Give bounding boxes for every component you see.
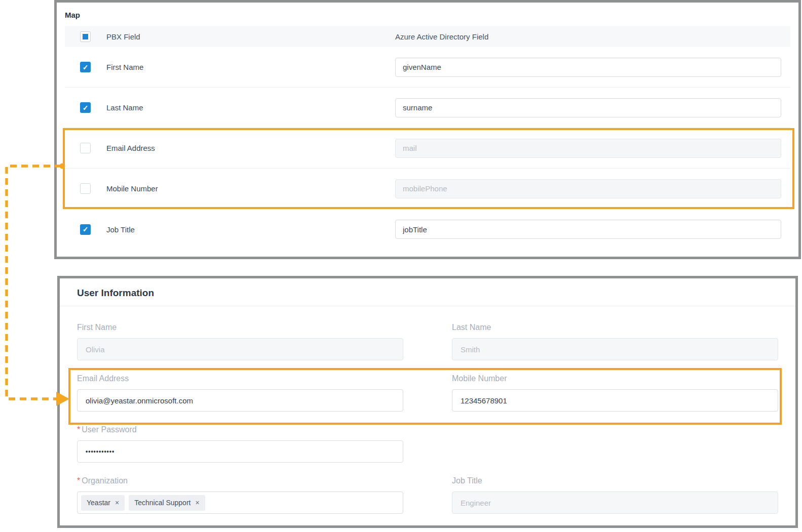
pbx-field-column-header: PBX Field (106, 32, 395, 41)
aad-field-mobile-input (395, 179, 781, 198)
first-name-label: First Name (77, 323, 403, 332)
user-password-field: *User Password (77, 425, 403, 463)
spacer (452, 425, 778, 463)
tag-remove-icon[interactable]: × (115, 499, 119, 507)
user-information-panel: User Information First Name Last Name Em… (57, 276, 798, 528)
map-row-first-name: ✓ First Name (65, 47, 790, 88)
required-asterisk-icon: * (77, 476, 80, 485)
last-name-field: Last Name (452, 323, 778, 360)
organization-field: *Organization Yeastar × Technical Suppor… (77, 476, 403, 514)
aad-field-last-name-input[interactable] (395, 98, 781, 117)
map-panel-title: Map (65, 11, 790, 19)
aad-field-column-header: Azure Active Directory Field (395, 32, 781, 41)
map-row-last-name: ✓ Last Name (65, 88, 790, 128)
select-all-checkbox[interactable] (80, 31, 91, 42)
organization-tagbox[interactable]: Yeastar × Technical Support × (77, 492, 403, 514)
mobile-number-checkbox[interactable]: ✓ (80, 183, 91, 194)
first-name-field: First Name (77, 323, 403, 360)
tag-technical-support: Technical Support × (129, 495, 205, 511)
map-row-mobile-number: ✓ Mobile Number (65, 169, 790, 209)
job-title-field: Job Title (452, 476, 778, 514)
first-name-checkbox[interactable]: ✓ (80, 62, 91, 72)
aad-field-email-input (395, 139, 781, 158)
map-row-job-title: ✓ Job Title (65, 209, 790, 250)
pbx-field-label: Job Title (106, 225, 395, 234)
pbx-field-label: Mobile Number (106, 184, 395, 193)
map-table-header: PBX Field Azure Active Directory Field (65, 26, 790, 47)
tag-label: Yeastar (87, 499, 110, 507)
tag-label: Technical Support (134, 499, 190, 507)
check-icon: ✓ (83, 104, 89, 111)
map-row-email-address: ✓ Email Address (65, 128, 790, 169)
first-name-input (77, 338, 403, 360)
pbx-field-label: First Name (106, 63, 395, 71)
pbx-field-label: Email Address (106, 144, 395, 152)
job-title-input (452, 492, 778, 514)
tag-remove-icon[interactable]: × (195, 499, 199, 507)
title-divider (60, 306, 795, 306)
email-address-field: Email Address (77, 374, 403, 412)
indeterminate-mark-icon (83, 34, 88, 39)
email-address-checkbox[interactable]: ✓ (80, 143, 91, 153)
check-icon: ✓ (83, 64, 89, 71)
email-address-input[interactable] (77, 389, 403, 412)
user-password-input[interactable] (77, 440, 403, 463)
job-title-label: Job Title (452, 476, 778, 485)
last-name-checkbox[interactable]: ✓ (80, 102, 91, 113)
organization-label: Organization (82, 476, 128, 485)
aad-field-first-name-input[interactable] (395, 58, 781, 77)
last-name-label: Last Name (452, 323, 778, 332)
aad-field-job-title-input[interactable] (395, 220, 781, 239)
check-icon: ✓ (83, 226, 89, 233)
user-password-label: User Password (82, 425, 136, 434)
user-information-title: User Information (77, 288, 778, 299)
job-title-checkbox[interactable]: ✓ (80, 224, 91, 235)
map-panel: Map PBX Field Azure Active Directory Fie… (54, 0, 801, 259)
email-address-label: Email Address (77, 374, 403, 383)
last-name-input (452, 338, 778, 360)
mobile-number-input[interactable] (452, 389, 778, 412)
required-asterisk-icon: * (77, 425, 80, 434)
pbx-field-label: Last Name (106, 103, 395, 112)
mobile-number-label: Mobile Number (452, 374, 778, 383)
tag-yeastar: Yeastar × (81, 495, 125, 511)
mobile-number-field: Mobile Number (452, 374, 778, 412)
